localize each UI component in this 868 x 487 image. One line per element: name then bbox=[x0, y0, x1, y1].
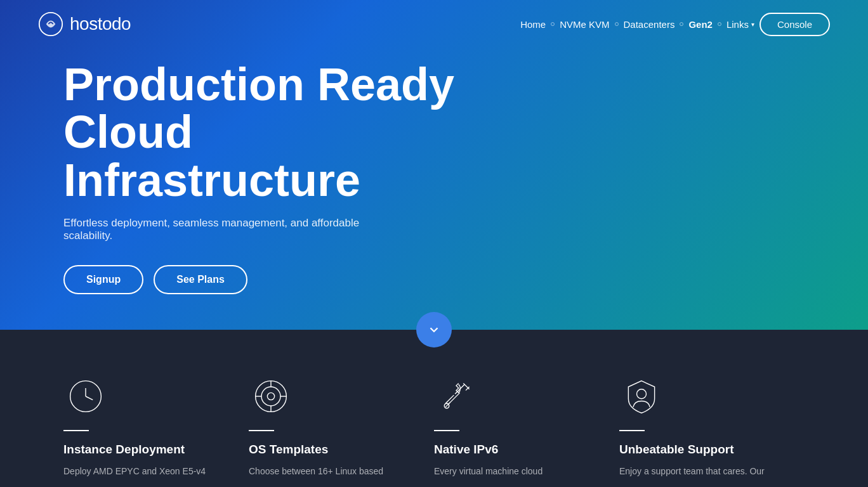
scroll-down-button[interactable] bbox=[416, 312, 452, 347]
logo-text: hostodo bbox=[70, 14, 131, 34]
feature-title-2: OS Templates bbox=[249, 443, 415, 457]
hero-subtitle: Effortless deployment, seamless manageme… bbox=[63, 217, 393, 242]
feature-desc-4: Enjoy a support team that cares. Our bbox=[619, 464, 786, 478]
chevron-down-icon: ▾ bbox=[751, 21, 754, 28]
see-plans-button[interactable]: See Plans bbox=[154, 265, 247, 294]
console-button[interactable]: Console bbox=[760, 13, 830, 36]
hero-heading: Production Ready Cloud Infrastructure bbox=[63, 61, 539, 205]
hero-buttons: Signup See Plans bbox=[63, 265, 805, 294]
svg-point-5 bbox=[261, 387, 280, 406]
svg-line-14 bbox=[445, 395, 454, 403]
svg-point-6 bbox=[267, 393, 274, 399]
gauge-icon bbox=[249, 374, 293, 419]
feature-os-templates: OS Templates Choose between 16+ Linux ba… bbox=[249, 374, 434, 478]
navbar: hostodo Home NVMe KVM Datacenters Gen2 L… bbox=[0, 0, 868, 48]
feature-divider-2 bbox=[249, 430, 274, 431]
feature-divider-4 bbox=[619, 430, 645, 431]
feature-desc-1: Deploy AMD EPYC and Xeon E5-v4 bbox=[63, 464, 230, 478]
shield-person-icon bbox=[619, 374, 664, 419]
signup-button[interactable]: Signup bbox=[63, 265, 143, 294]
chevron-down-icon bbox=[427, 323, 441, 337]
nav-gen2[interactable]: Gen2 bbox=[688, 19, 713, 30]
hero-section: Production Ready Cloud Infrastructure Ef… bbox=[0, 0, 868, 330]
feature-desc-2: Choose between 16+ Linux based bbox=[249, 464, 415, 478]
feature-native-ipv6: Native IPv6 Every virtual machine cloud bbox=[434, 374, 619, 478]
logo-icon bbox=[38, 11, 63, 37]
nav-nvme-kvm[interactable]: NVMe KVM bbox=[560, 19, 609, 30]
feature-unbeatable-support: Unbeatable Support Enjoy a support team … bbox=[619, 374, 805, 478]
tools-icon bbox=[434, 374, 478, 419]
feature-title-3: Native IPv6 bbox=[434, 443, 600, 457]
feature-divider-1 bbox=[63, 430, 89, 431]
clock-icon bbox=[63, 374, 108, 419]
nav-home[interactable]: Home bbox=[520, 19, 546, 30]
feature-instance-deployment: Instance Deployment Deploy AMD EPYC and … bbox=[63, 374, 249, 478]
logo[interactable]: hostodo bbox=[38, 11, 131, 37]
nav-sep-2 bbox=[615, 22, 619, 26]
features-section: Instance Deployment Deploy AMD EPYC and … bbox=[0, 330, 868, 487]
svg-point-17 bbox=[637, 389, 647, 399]
feature-title-1: Instance Deployment bbox=[63, 443, 230, 457]
nav-links: Home NVMe KVM Datacenters Gen2 Links ▾ C… bbox=[520, 13, 830, 36]
nav-sep-3 bbox=[680, 22, 683, 26]
feature-desc-3: Every virtual machine cloud bbox=[434, 464, 600, 478]
nav-links-dropdown[interactable]: Links ▾ bbox=[727, 19, 754, 30]
nav-sep-1 bbox=[551, 22, 555, 26]
feature-divider-3 bbox=[434, 430, 459, 431]
nav-sep-4 bbox=[718, 22, 721, 26]
feature-title-4: Unbeatable Support bbox=[619, 443, 786, 457]
svg-line-3 bbox=[86, 396, 93, 400]
nav-datacenters[interactable]: Datacenters bbox=[624, 19, 675, 30]
